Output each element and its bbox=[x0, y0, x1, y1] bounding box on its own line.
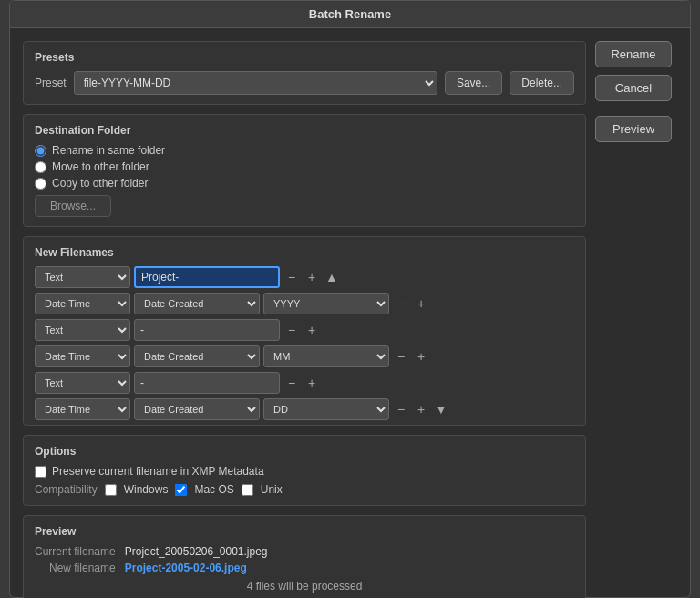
unix-checkbox[interactable] bbox=[242, 484, 253, 496]
plus-btn-5[interactable]: + bbox=[413, 401, 429, 418]
type-select-1[interactable]: Date Time Text bbox=[35, 293, 130, 314]
sub-select-3[interactable]: Date Created Date Modified bbox=[134, 345, 260, 367]
filenames-title: New Filenames bbox=[35, 246, 574, 259]
filename-row: Date Time Text Date Created Date Modifie… bbox=[35, 293, 574, 314]
preview-button[interactable]: Preview bbox=[595, 116, 672, 142]
format-select-5[interactable]: DD D bbox=[263, 398, 389, 420]
radio-move-label: Move to other folder bbox=[52, 160, 149, 173]
type-select-2[interactable]: Text Date Time bbox=[35, 319, 130, 341]
filename-row: Date Time Text Date Created Date Modifie… bbox=[35, 345, 574, 367]
compatibility-label: Compatibility bbox=[35, 483, 98, 496]
scroll-up-btn[interactable]: ▲ bbox=[324, 269, 340, 285]
destination-title: Destination Folder bbox=[35, 124, 574, 137]
macos-label[interactable]: Mac OS bbox=[194, 483, 233, 496]
options-title: Options bbox=[35, 445, 574, 458]
macos-checkbox[interactable] bbox=[175, 484, 187, 496]
batch-rename-dialog: Batch Rename Presets Preset file-YYYY-MM… bbox=[9, 0, 691, 598]
text-input-0[interactable] bbox=[134, 266, 280, 288]
filename-row: Date Time Text Date Created Date Modifie… bbox=[35, 398, 574, 420]
text-input-4[interactable] bbox=[134, 372, 280, 394]
presets-section: Presets Preset file-YYYY-MM-DD custom Sa… bbox=[23, 41, 586, 105]
preview-title: Preview bbox=[35, 525, 574, 538]
preset-label: Preset bbox=[35, 77, 67, 89]
filename-row: Text Date Time − + bbox=[35, 372, 574, 394]
browse-button[interactable]: Browse... bbox=[35, 195, 111, 217]
minus-btn-0[interactable]: − bbox=[283, 269, 300, 285]
windows-label[interactable]: Windows bbox=[124, 483, 169, 496]
filename-row: Text Date Time − + ▲ bbox=[35, 266, 574, 288]
new-filename-value: Project-2005-02-06.jpeg bbox=[125, 562, 574, 574]
presets-title: Presets bbox=[35, 51, 574, 64]
preserve-xmp-label[interactable]: Preserve current filename in XMP Metadat… bbox=[52, 465, 264, 478]
unix-label[interactable]: Unix bbox=[261, 483, 283, 496]
current-filename-label: Current filename bbox=[35, 545, 116, 558]
radio-copy-label: Copy to other folder bbox=[52, 177, 148, 190]
plus-btn-0[interactable]: + bbox=[304, 269, 320, 285]
minus-btn-4[interactable]: − bbox=[283, 375, 300, 391]
options-section: Options Preserve current filename in XMP… bbox=[23, 435, 586, 506]
text-input-2[interactable] bbox=[134, 319, 280, 341]
compatibility-row: Compatibility Windows Mac OS Unix bbox=[35, 483, 574, 496]
type-select-3[interactable]: Date Time Text bbox=[35, 345, 130, 367]
current-filename-value: Project_20050206_0001.jpeg bbox=[125, 545, 574, 558]
format-select-1[interactable]: YYYY YY bbox=[263, 293, 389, 314]
preview-section: Preview Current filename Project_2005020… bbox=[23, 515, 586, 598]
filenames-section: New Filenames Text Date Time − + ▲ Date … bbox=[23, 236, 586, 426]
type-select-4[interactable]: Text Date Time bbox=[35, 372, 130, 394]
preserve-xmp-checkbox[interactable] bbox=[35, 466, 46, 478]
preset-select[interactable]: file-YYYY-MM-DD custom bbox=[74, 71, 438, 95]
minus-btn-1[interactable]: − bbox=[393, 295, 409, 312]
sub-select-1[interactable]: Date Created Date Modified bbox=[134, 293, 260, 314]
plus-btn-2[interactable]: + bbox=[304, 322, 320, 338]
radio-same-folder[interactable]: Rename in same folder bbox=[35, 144, 574, 157]
plus-btn-1[interactable]: + bbox=[413, 295, 429, 312]
delete-button[interactable]: Delete... bbox=[510, 71, 574, 95]
scroll-down-btn[interactable]: ▼ bbox=[433, 401, 449, 418]
rename-button[interactable]: Rename bbox=[595, 41, 672, 67]
sub-select-5[interactable]: Date Created Date Modified bbox=[134, 398, 260, 420]
destination-radio-group: Rename in same folder Move to other fold… bbox=[35, 144, 574, 190]
save-button[interactable]: Save... bbox=[445, 71, 502, 95]
radio-move-folder[interactable]: Move to other folder bbox=[35, 160, 574, 173]
side-panel: Rename Cancel Preview bbox=[595, 41, 677, 598]
radio-same-label: Rename in same folder bbox=[52, 144, 165, 157]
destination-section: Destination Folder Rename in same folder… bbox=[23, 114, 586, 227]
format-select-3[interactable]: MM M bbox=[263, 345, 389, 367]
minus-btn-2[interactable]: − bbox=[283, 322, 300, 338]
minus-btn-3[interactable]: − bbox=[393, 348, 409, 365]
new-filename-label: New filename bbox=[35, 562, 116, 574]
filename-row: Text Date Time − + bbox=[35, 319, 574, 341]
dialog-title: Batch Rename bbox=[10, 1, 690, 28]
main-panel: Presets Preset file-YYYY-MM-DD custom Sa… bbox=[23, 41, 586, 598]
minus-btn-5[interactable]: − bbox=[393, 401, 409, 418]
windows-checkbox[interactable] bbox=[105, 484, 117, 496]
plus-btn-4[interactable]: + bbox=[304, 375, 320, 391]
files-count: 4 files will be processed bbox=[35, 580, 574, 593]
cancel-button[interactable]: Cancel bbox=[595, 75, 672, 101]
radio-copy-folder[interactable]: Copy to other folder bbox=[35, 177, 574, 190]
preserve-xmp-row: Preserve current filename in XMP Metadat… bbox=[35, 465, 574, 478]
type-select-5[interactable]: Date Time Text bbox=[35, 398, 130, 420]
plus-btn-3[interactable]: + bbox=[413, 348, 429, 365]
type-select-0[interactable]: Text Date Time bbox=[35, 266, 130, 288]
preview-grid: Current filename Project_20050206_0001.j… bbox=[35, 545, 574, 574]
